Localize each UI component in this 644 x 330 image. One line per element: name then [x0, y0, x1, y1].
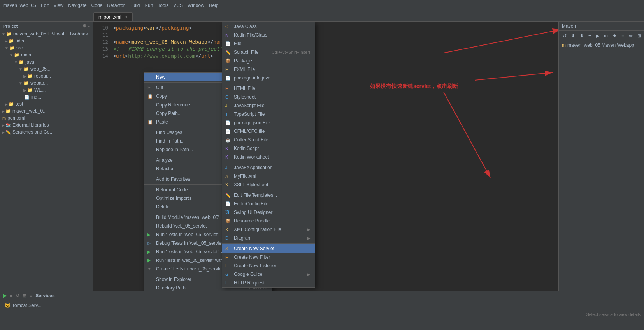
submenu-js[interactable]: J JavaScript File [222, 101, 315, 110]
tree-item-test[interactable]: ▶ 📁 test [0, 101, 93, 108]
menu-window[interactable]: Window [188, 3, 204, 8]
css-icon: C [225, 95, 232, 99]
submenu-stylesheet[interactable]: C Stylesheet [222, 93, 315, 101]
tree-item-src[interactable]: ▼ 📁 src [0, 44, 93, 51]
tree-item-java[interactable]: ▼ 📁 java [0, 58, 93, 65]
submenu-package-json[interactable]: 📄 package.json File [222, 118, 315, 127]
filter-icon-services[interactable]: ≡ [30, 293, 32, 298]
scratch-file-icon: ✏️ [225, 50, 232, 55]
tree-item-idea[interactable]: ▶ 📁 .idea [0, 37, 93, 44]
menu-code[interactable]: Code [91, 3, 103, 8]
menu-maven-web[interactable]: maven_web_05 [3, 3, 36, 8]
tab-close-icon[interactable]: × [125, 14, 128, 20]
submenu-swing[interactable]: 🖼 Swing UI Designer [222, 208, 315, 217]
submenu-create-servlet[interactable]: S Create New Servlet [222, 244, 315, 253]
submenu-create-filter[interactable]: F Create New Filter [222, 253, 315, 261]
submenu-coffeescript[interactable]: ☕ CoffeeScript File [222, 136, 315, 144]
submenu-ts[interactable]: T TypeScript File [222, 110, 315, 118]
submenu-resource-bundle[interactable]: 📦 Resource Bundle [222, 217, 315, 225]
tree-item-web05[interactable]: ▼ 📁 web_05... [0, 65, 93, 72]
maven-download2-btn[interactable]: ⬇ [578, 32, 585, 39]
maven-add-btn[interactable]: + [587, 32, 593, 39]
submenu-html[interactable]: H HTML File [222, 84, 315, 93]
maven-star-btn[interactable]: ★ [611, 32, 618, 39]
maven-download-btn[interactable]: ⬇ [570, 32, 577, 39]
submenu-xslt[interactable]: X XSLT Stylesheet [222, 180, 315, 189]
tree-arrow: ▼ [14, 60, 18, 64]
submenu-create-listener[interactable]: L Create New Listener [222, 261, 315, 270]
submenu-google-guice[interactable]: G Google Guice ▶ [222, 270, 315, 279]
tree-label: src [16, 45, 23, 51]
folder-icon: 📁 [9, 102, 14, 107]
list-icon[interactable]: ⊞ [23, 293, 26, 298]
menu-run[interactable]: Run [144, 3, 153, 8]
maven-toolbar: ↺ ⬇ ⬇ + ▶ m ★ ≡ ⇔ ⊞ [559, 31, 644, 41]
submenu-package-info[interactable]: 📄 package-info.java [222, 74, 315, 82]
menu-refactor[interactable]: Refactor [107, 3, 125, 8]
maven-run-btn[interactable]: ▶ [594, 32, 601, 39]
submenu-kotlin-script[interactable]: K Kotlin Script [222, 144, 315, 153]
services-item-tomcat[interactable]: 🐱 Tomcat Serv... [3, 302, 641, 309]
templates-icon: ✏️ [225, 193, 232, 198]
tomcat-label: Tomcat Serv... [12, 303, 42, 308]
tree-item-webapp[interactable]: ▼ 📁 webap... [0, 79, 93, 86]
submenu-file[interactable]: 📄 File [222, 39, 315, 48]
folder-icon: 📁 [9, 39, 14, 44]
tab-pom-xml[interactable]: m pom.xml × [93, 12, 133, 21]
tree-label: web_05... [30, 66, 51, 72]
context-menu-overlay: New ▶ ✂ Cut Ctrl+X 📋 Copy Ctrl+C [93, 22, 558, 291]
submenu-java-class[interactable]: C Java Class [222, 22, 315, 31]
main-area: Project ⚙ ≡ ▼ 📁 maven_web_05 E:\JavaEETw… [0, 22, 644, 291]
tree-item-root[interactable]: ▼ 📁 maven_web_05 E:\JavaEETwo\mav [0, 30, 93, 37]
menu-edit[interactable]: Edit [41, 3, 49, 8]
tree-arrow: ▶ [23, 88, 26, 92]
submenu-javafx[interactable]: J JavaFXApplication [222, 163, 315, 172]
maven-refresh-btn[interactable]: ↺ [561, 32, 568, 39]
tab-bar: m pom.xml × [0, 11, 644, 22]
submenu-scratch[interactable]: ✏️ Scratch File Ctrl+Alt+Shift+Insert [222, 48, 315, 56]
menu-build[interactable]: Build [130, 3, 140, 8]
package-info-icon: 📄 [225, 76, 232, 81]
tree-item-maven-web0[interactable]: ▶ 📁 maven_web_0... [0, 108, 93, 115]
tree-item-we[interactable]: ▶ 📁 WE... [0, 86, 93, 94]
tree-item-main[interactable]: ▼ 📁 main [0, 51, 93, 58]
submenu-xml-config[interactable]: X XML Configuration File ▶ [222, 225, 315, 234]
menu-view[interactable]: View [53, 3, 63, 8]
menu-help[interactable]: Help [209, 3, 219, 8]
submenu-cfml[interactable]: 📄 CFML/CFC file [222, 127, 315, 136]
submenu-myfile-xml[interactable]: X MyFile.xml [222, 172, 315, 180]
svg-line-1 [444, 92, 490, 178]
folder-icon: 📁 [23, 67, 29, 72]
maven-expand-btn[interactable]: ⊞ [636, 32, 643, 39]
submenu-edit-templates[interactable]: ✏️ Edit File Templates... [222, 191, 315, 199]
tree-item-pom-xml[interactable]: m pom.xml [0, 115, 93, 122]
submenu-fxml[interactable]: F FXML File [222, 65, 315, 74]
new-submenu: C Java Class K Kotlin File/Class 📄 File … [222, 22, 315, 288]
submenu-kotlin-worksheet[interactable]: K Kotlin Worksheet [222, 153, 315, 161]
submenu-diagram[interactable]: D Diagram ▶ [222, 234, 315, 242]
maven-m-btn[interactable]: m [602, 32, 609, 39]
restart-icon[interactable]: ↺ [16, 293, 19, 298]
top-bar: maven_web_05 Edit View Navigate Code Ref… [0, 0, 644, 11]
tree-item-resour[interactable]: ▶ 📁 resour... [0, 72, 93, 79]
play-icon[interactable]: ▶ [3, 293, 7, 298]
menu-navigate[interactable]: Navigate [68, 3, 86, 8]
java-class-icon: C [225, 24, 232, 29]
maven-settings-btn[interactable]: ≡ [620, 32, 626, 39]
tree-item-ext-libs[interactable]: ▶ 📚 External Libraries [0, 122, 93, 129]
tree-label: maven_web_0... [12, 108, 47, 114]
stop-icon[interactable]: ■ [10, 293, 12, 298]
submenu-package[interactable]: 📦 Package [222, 56, 315, 65]
cfml-icon: 📄 [225, 129, 232, 134]
submenu-http-request[interactable]: H HTTP Request [222, 279, 315, 287]
submenu-kotlin-class[interactable]: K Kotlin File/Class [222, 31, 315, 39]
maven-sync-btn[interactable]: ⇔ [627, 32, 634, 39]
services-header: ▶ ■ ↺ ⊞ ≡ Services [0, 291, 644, 300]
menu-vcs[interactable]: VCS [173, 3, 183, 8]
submenu-editorconfig[interactable]: 📄 EditorConfig File [222, 199, 315, 208]
tree-item-scratches[interactable]: ▶ ✏️ Scratches and Co... [0, 129, 93, 136]
menu-tools[interactable]: Tools [158, 3, 168, 8]
tree-item-ind[interactable]: 📄 ind... [0, 94, 93, 101]
maven-project-item[interactable]: m maven_web_05 Maven Webapp [559, 41, 644, 49]
file-icon: 📄 [24, 95, 30, 100]
